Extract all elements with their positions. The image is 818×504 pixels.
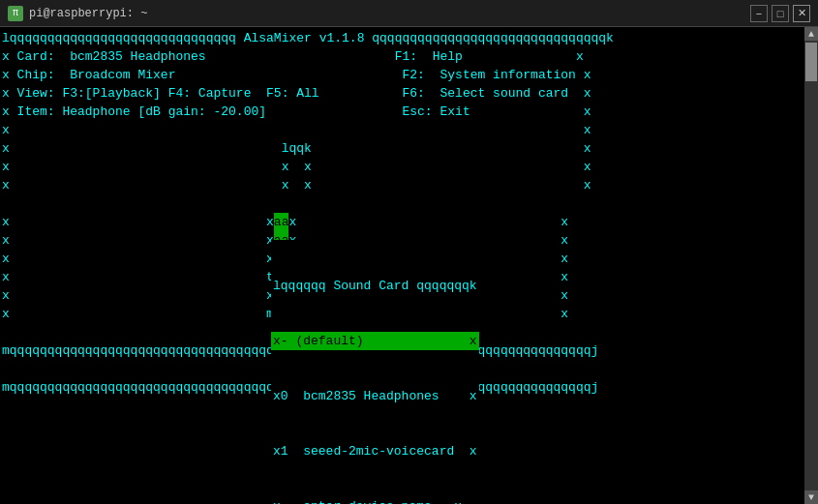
title-bar-controls: − □ ✕ — [750, 5, 810, 22]
blank-line-1: x x — [0, 121, 818, 139]
scroll-up-arrow[interactable]: ▲ — [804, 27, 818, 41]
meter-spacer-1 — [0, 194, 818, 213]
dialog-title-row: lqqqqqq Sound Card qqqqqqqk — [271, 277, 479, 295]
x-x-line2: x x x x — [0, 176, 818, 194]
item-line: x Item: Headphone [dB gain: -20.00] Esc:… — [0, 103, 818, 121]
view-line: x View: F3:[Playback] F4: Capture F5: Al… — [0, 84, 818, 103]
title-bar-title: pi@raspberrypi: ~ — [29, 7, 750, 20]
dialog-selected-row[interactable]: x- (default) x — [271, 332, 479, 350]
title-bar: π pi@raspberrypi: ~ − □ ✕ — [0, 0, 818, 27]
chip-line: x Chip: Broadcom Mixer F2: System inform… — [0, 66, 818, 84]
maximize-button[interactable]: □ — [772, 5, 789, 22]
scrollbar: ▲ ▼ — [804, 27, 818, 504]
terminal: lqqqqqqqqqqqqqqqqqqqqqqqqqqqqqq AlsaMixe… — [0, 27, 818, 504]
meter-line-1: x xaax x — [0, 213, 818, 231]
dialog: lqqqqqq Sound Card qqqqqqqk x- (default)… — [271, 240, 479, 504]
card-line: x Card: bcm2835 Headphones F1: Help x — [0, 47, 818, 66]
scroll-thumb[interactable] — [805, 43, 817, 81]
title-bar-icon: π — [8, 6, 23, 21]
dialog-container: lqqqqqq Sound Card qqqqqqqk x- (default)… — [271, 240, 479, 504]
top-border-line: lqqqqqqqqqqqqqqqqqqqqqqqqqqqqqq AlsaMixe… — [0, 29, 818, 47]
dialog-item-2[interactable]: x enter device name...x — [271, 497, 479, 504]
close-button[interactable]: ✕ — [793, 5, 810, 22]
x-x-line1: x x x x — [0, 158, 818, 176]
dialog-item-0[interactable]: x0 bcm2835 Headphones x — [271, 387, 479, 405]
dialog-item-1[interactable]: x1 seeed-2mic-voicecard x — [271, 442, 479, 460]
minimize-button[interactable]: − — [750, 5, 768, 22]
scroll-down-arrow[interactable]: ▼ — [804, 490, 818, 504]
lqqk-line: x lqqk x — [0, 139, 818, 158]
